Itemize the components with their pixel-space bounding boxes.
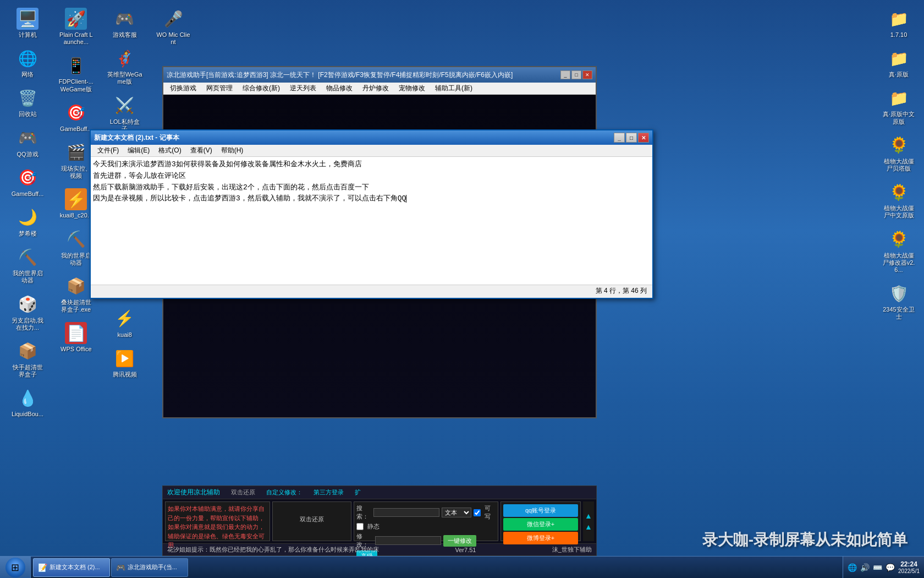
expand-up-icon[interactable]: ▲	[585, 511, 592, 520]
icon-zombies[interactable]: 🌻 植物大战僵尸贝塔版	[879, 132, 919, 175]
game-close-button[interactable]: ✕	[582, 70, 592, 79]
one-key-modify-button[interactable]: 一键修改	[443, 535, 476, 547]
notepad-titlebar: 新建文本文档 (2).txt - 记事本 _ □ ✕	[91, 130, 652, 145]
icon-tengxun-label: 腾讯视频	[113, 371, 137, 378]
menu-items[interactable]: 物品修改	[322, 83, 357, 94]
menu-help[interactable]: 帮助(H)	[217, 145, 248, 156]
notepad-line-2: 首先进群，等会儿放在评论区	[93, 171, 650, 182]
icon-2345[interactable]: 🛡️ 2345安全卫士	[879, 280, 919, 323]
qq-login-button[interactable]: qq账号登录	[503, 504, 578, 517]
modify-input[interactable]	[375, 536, 441, 545]
wechat-login-button[interactable]: 微信登录+	[503, 518, 578, 531]
menu-view[interactable]: 查看(V)	[186, 145, 217, 156]
icon-wps[interactable]: 📄 WPS Office	[56, 320, 96, 355]
icon-wps-label: WPS Office	[61, 346, 92, 353]
icon-zombiescn[interactable]: 🌻 植物大战僵尸中文原版	[879, 179, 919, 221]
icon-computer[interactable]: 🖥️ 计算机	[8, 6, 47, 41]
pcl-icon: 🚀	[65, 8, 87, 30]
notepad-close-button[interactable]: ✕	[638, 133, 649, 143]
icon-kuai8[interactable]: ⚡ kuai8	[105, 306, 145, 341]
helper-welcome-text: 如果你对本辅助满意，就请你分享自己的一份力量，帮助宣传以下辅助，如果你对满意就是…	[168, 505, 265, 548]
right-desktop-icons: 📁 1.7.10 📁 真·原版 📁 真·原版中文原版 🌻 植物大战僵尸贝塔版 🌻…	[879, 6, 919, 327]
helper-third-login-title: 第三方登录	[314, 488, 344, 497]
lol-icon: ⚔️	[114, 95, 136, 117]
icon-womic[interactable]: 🎤 WO Mic Client	[153, 6, 193, 48]
can-write-checkbox[interactable]	[474, 509, 481, 516]
tengxun-icon: ▶️	[114, 347, 136, 369]
systray-volume-icon: 🔊	[860, 563, 870, 572]
menu-format[interactable]: 格式(O)	[154, 145, 185, 156]
folder-1710-icon: 📁	[888, 8, 910, 30]
notepad-maximize-button[interactable]: □	[626, 133, 637, 143]
icon-zombiesmod[interactable]: 🌻 植物大战僵尸修改器v2.6...	[879, 226, 919, 276]
game-window-controls: _ □ ✕	[560, 70, 592, 79]
menu-edit[interactable]: 编辑(E)	[123, 145, 154, 156]
icon-othergame-label: 另支启动,我在找力...	[10, 317, 45, 331]
icon-myworld2-label: 我的世界启动器	[58, 252, 94, 266]
helper-expand-section[interactable]: ▲ ▲	[583, 501, 594, 541]
icon-hero[interactable]: 🦸 英维型WeGame版	[105, 45, 145, 88]
kuai3-icon: 📦	[65, 275, 87, 297]
zombiescn-icon: 🌻	[888, 181, 910, 203]
system-clock[interactable]: 22:24 2022/5/1	[898, 560, 920, 574]
menu-tools[interactable]: 辅助工具(新)	[431, 83, 477, 94]
icon-zombies-label: 植物大战僵尸贝塔版	[881, 158, 916, 172]
search-input[interactable]	[373, 508, 439, 517]
menu-reverse[interactable]: 逆天列表	[285, 83, 321, 94]
helper-double-section: 双击还原	[272, 501, 351, 541]
systray-network-icon: 🌐	[848, 563, 857, 572]
menu-pet[interactable]: 宠物修改	[394, 83, 430, 94]
icon-gamebuff[interactable]: 🎯 GameBuff...	[8, 165, 47, 200]
qqgame-icon: 🎮	[16, 127, 38, 149]
game-minimize-button[interactable]: _	[560, 70, 570, 79]
menu-furnace[interactable]: 丹炉修改	[358, 83, 393, 94]
notepad-window: 新建文本文档 (2).txt - 记事本 _ □ ✕ 文件(F) 编辑(E) 格…	[90, 129, 653, 299]
recycle-icon: 🗑️	[16, 87, 38, 109]
icon-tengxun[interactable]: ▶️ 腾讯视频	[105, 345, 145, 380]
icon-1710[interactable]: 📁 1.7.10	[879, 6, 919, 41]
menu-switch-game[interactable]: 切换游戏	[166, 83, 201, 94]
icon-real-label: 真·原版	[889, 71, 909, 78]
icon-real[interactable]: 📁 真·原版	[879, 45, 919, 80]
menu-web-manage[interactable]: 网页管理	[202, 83, 237, 94]
kuai2-icon: ⚡	[65, 188, 87, 210]
systray-keyboard-icon: ⌨️	[873, 563, 882, 572]
notepad-title: 新建文本文档 (2).txt - 记事本	[94, 133, 179, 143]
icon-fdpclient[interactable]: 📱 FDPClient-...WeGame版	[56, 52, 96, 95]
game-maximize-button[interactable]: □	[571, 70, 581, 79]
helper-double-title: 双击还原	[231, 488, 255, 497]
icon-realcn-label: 真·原版中文原版	[881, 111, 916, 125]
icon-wogame[interactable]: 🎮 游戏客服	[105, 6, 145, 41]
notepad-text-area[interactable]: 今天我们来演示追梦西游3如何获得装备及如何修改装备属性和金木水火土，免费商店 首…	[91, 157, 652, 285]
start-button[interactable]: ⊞	[0, 557, 31, 579]
taskbar: ⊞ 📝 新建文本文档 (2)... 🎮 凉北游戏助手(当... 🌐 🔊 ⌨️ 💬…	[0, 556, 924, 578]
icon-myworld[interactable]: ⛏️ 我的世界启动器	[8, 244, 47, 286]
menu-file[interactable]: 文件(F)	[93, 145, 123, 156]
icon-realcn[interactable]: 📁 真·原版中文原版	[879, 85, 919, 127]
icon-network-label: 网络	[21, 71, 34, 78]
type-select[interactable]: 文本	[442, 508, 471, 517]
liquidbou-icon: 💧	[16, 387, 38, 409]
icon-othergame[interactable]: 🎲 另支启动,我在找力...	[8, 291, 47, 334]
icon-pcl[interactable]: 🚀 Plain Craft Launche...	[56, 6, 96, 48]
taskbar-notepad-icon: 📝	[38, 563, 47, 572]
web-login-button[interactable]: 微博登录+	[503, 532, 578, 544]
expand-down-icon[interactable]: ▲	[585, 522, 592, 531]
icon-myworld-label: 我的世界启动器	[10, 270, 45, 284]
icon-qqgame[interactable]: 🎮 QQ游戏	[8, 125, 47, 160]
zombiesmod-icon: 🌻	[888, 228, 910, 250]
icon-network[interactable]: 🌐 网络	[8, 45, 47, 80]
icon-qqgame-label: QQ游戏	[16, 151, 38, 158]
static-checkbox[interactable]	[356, 523, 364, 530]
hero-icon: 🦸	[114, 47, 136, 69]
icon-mengxi[interactable]: 🌙 梦希楼	[8, 204, 47, 239]
icon-computer-label: 计算机	[19, 31, 37, 39]
icon-recycle[interactable]: 🗑️ 回收站	[8, 85, 47, 120]
taskbar-item-game[interactable]: 🎮 凉北游戏助手(当...	[111, 558, 188, 577]
taskbar-item-notepad[interactable]: 📝 新建文本文档 (2)...	[33, 558, 110, 577]
menu-comprehensive[interactable]: 综合修改(新)	[238, 83, 284, 94]
notepad-minimize-button[interactable]: _	[614, 133, 625, 143]
icon-kuaishou[interactable]: 📦 快手超清世界盒子	[8, 338, 47, 380]
icon-liquidbou[interactable]: 💧 LiquidBou...	[8, 385, 47, 420]
icon-lol[interactable]: ⚔️ LOL私特盒子	[105, 92, 145, 135]
